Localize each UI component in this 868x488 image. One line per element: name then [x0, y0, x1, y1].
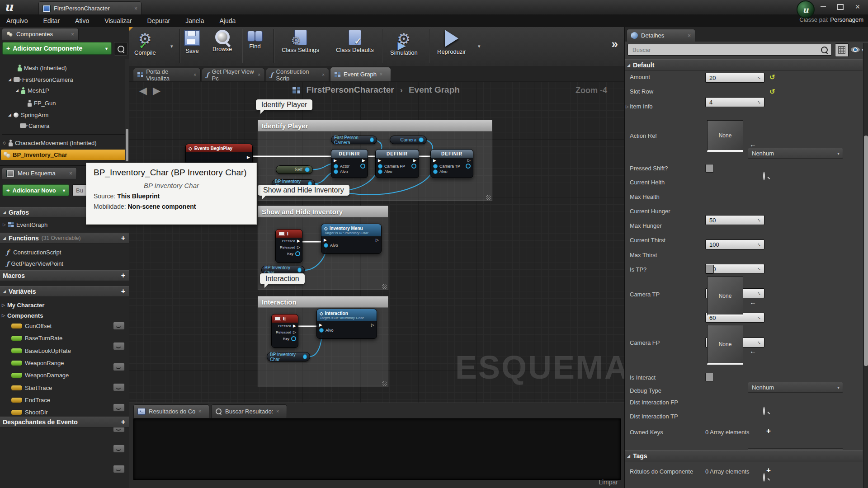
- node-inventory-menu[interactable]: ◇Inventory Menu Target is BP Inventory C…: [321, 224, 382, 254]
- asset-tab-firstpersoncharacter[interactable]: FirstPersonCharacter ×: [38, 1, 142, 15]
- camera-tp-dropdown[interactable]: Nenhum▾: [748, 382, 843, 393]
- tab-event-graph[interactable]: Event Graph ×: [330, 67, 391, 81]
- expand-arrow-icon[interactable]: ◢: [8, 77, 11, 82]
- prop-pressed-shift-checkbox[interactable]: [705, 164, 714, 173]
- add-array-element-button[interactable]: +: [766, 466, 771, 475]
- exec-out-pin[interactable]: ▶: [293, 324, 296, 328]
- browse-button[interactable]: Browse: [212, 30, 232, 52]
- event-graph-canvas[interactable]: ◀ ▶ FirstPersonCharacter › Event Graph Z…: [129, 81, 624, 403]
- add-new-button[interactable]: + Adicionar Novo ▾: [2, 184, 69, 196]
- camera-fp-thumbnail[interactable]: None: [707, 325, 743, 365]
- node-key-event-e[interactable]: E Pressed▶ Released▷ Key: [271, 314, 298, 348]
- tree-item-firstpersoncamera[interactable]: ◢ FirstPersonCamera: [8, 75, 73, 84]
- prop-current-hunger-input[interactable]: 30↔: [705, 264, 764, 274]
- prop-current-helth-input[interactable]: 50↔: [705, 215, 764, 225]
- var-starttrace[interactable]: StartTrace: [11, 383, 52, 393]
- output-pin[interactable]: [411, 164, 416, 169]
- use-selected-icon[interactable]: ←: [750, 298, 756, 306]
- tab-constructionscript[interactable]: ƒ Construction Scrip ×: [266, 68, 329, 81]
- play-dropdown-icon[interactable]: ▾: [478, 43, 481, 49]
- node-evento-beginplay[interactable]: ◇ Evento BeginPlay ▶: [185, 144, 253, 164]
- getter-camera[interactable]: Camera: [390, 136, 427, 144]
- close-icon[interactable]: ×: [322, 72, 325, 77]
- var-weaponrange[interactable]: WeaponRange: [11, 358, 64, 368]
- exec-in-pin[interactable]: ▶: [334, 158, 337, 163]
- parent-class-link[interactable]: Personagem: [830, 16, 863, 23]
- property-matrix-button[interactable]: [835, 43, 849, 57]
- tab-resultados[interactable]: ›_ Resultados do Co ×: [133, 404, 209, 418]
- getter-self[interactable]: Self: [276, 165, 313, 174]
- exec-in-pin[interactable]: ▶: [324, 238, 327, 242]
- tree-item-mesh1p[interactable]: ◢ Mesh1P: [15, 85, 49, 95]
- node-set-actor[interactable]: DEFINIR ▶▶ Actor Alvo: [331, 149, 368, 178]
- menu-janela[interactable]: Janela: [185, 17, 204, 24]
- add-function-button[interactable]: +: [121, 235, 125, 241]
- save-button[interactable]: Save: [184, 30, 200, 54]
- tree-item-camera[interactable]: Camera: [20, 121, 49, 131]
- collapse-arrow-icon[interactable]: ▷: [2, 313, 5, 318]
- exec-in-pin[interactable]: ▶: [433, 158, 436, 163]
- tab-getplayerviewpoint[interactable]: ƒ Get Player View Pc ×: [202, 68, 265, 81]
- use-selected-icon[interactable]: ←: [750, 347, 756, 355]
- collapse-arrow-icon[interactable]: ▷: [2, 303, 5, 307]
- tree-item-charactermovement[interactable]: ◇ CharacterMovement (Inherited): [3, 138, 97, 148]
- collapse-arrow-icon[interactable]: ▷: [3, 222, 6, 227]
- close-icon[interactable]: ×: [198, 409, 201, 414]
- minimize-button[interactable]: [816, 2, 830, 12]
- expand-arrow-icon[interactable]: ◢: [8, 113, 11, 117]
- output-pin[interactable]: [303, 354, 307, 359]
- action-ref-thumbnail[interactable]: None: [707, 120, 743, 152]
- browse-asset-icon[interactable]: [763, 473, 765, 482]
- tree-item-bp-inventory-char[interactable]: BP_Inventory_Char: [1, 150, 127, 160]
- use-selected-icon[interactable]: ←: [750, 141, 756, 148]
- tab-detalhes[interactable]: i Detalhes ×: [627, 29, 695, 42]
- output-pin[interactable]: [419, 137, 424, 142]
- var-shootdir[interactable]: ShootDir: [11, 407, 48, 417]
- section-functions[interactable]: ◢ Functions (31 Overridable) +: [0, 233, 129, 244]
- prop-is-tp-checkbox[interactable]: [705, 265, 714, 273]
- tree-item-fpgun[interactable]: FP_Gun: [27, 98, 56, 108]
- eye-toggle[interactable]: [113, 342, 125, 350]
- menu-arquivo[interactable]: Arquivo: [6, 17, 28, 24]
- browse-asset-icon[interactable]: [763, 407, 765, 415]
- input-pin[interactable]: [324, 243, 328, 248]
- close-icon[interactable]: ×: [193, 72, 196, 77]
- prop-amount-input[interactable]: 20↔: [705, 73, 764, 83]
- var-baseturnrate[interactable]: BaseTurnRate: [11, 333, 62, 343]
- close-icon[interactable]: ×: [276, 409, 279, 414]
- tab-viewport[interactable]: Porta de Visualiza ×: [133, 68, 201, 81]
- find-button[interactable]: Find: [247, 30, 263, 50]
- var-group-my-character[interactable]: ▷ My Character: [2, 300, 44, 310]
- components-scrollbar[interactable]: [125, 59, 129, 162]
- revert-icon[interactable]: ↺: [769, 88, 775, 96]
- close-icon[interactable]: ×: [688, 33, 691, 39]
- section-despachantes[interactable]: Despachantes de Evento +: [0, 417, 129, 427]
- menu-ajuda[interactable]: Ajuda: [219, 17, 236, 24]
- menu-ativo[interactable]: Ativo: [75, 17, 89, 24]
- tree-item-springarm[interactable]: ◢ SpringArm: [8, 110, 48, 120]
- var-weapondamage[interactable]: WeaponDamage: [11, 370, 69, 380]
- add-component-button[interactable]: + Adicionar Componente ▾: [2, 42, 112, 55]
- tab-meu-esquema[interactable]: Meu Esquema ×: [2, 167, 77, 179]
- var-group-components[interactable]: ▷ Components: [2, 310, 43, 320]
- exec-out-pin[interactable]: ▷: [467, 158, 471, 163]
- exec-out-pin[interactable]: ▷: [371, 323, 374, 327]
- eye-toggle[interactable]: [113, 363, 125, 371]
- revert-icon[interactable]: ↺: [769, 73, 775, 81]
- exec-out-pin[interactable]: ▶: [297, 239, 300, 243]
- details-search[interactable]: [627, 44, 832, 56]
- compile-dropdown-icon[interactable]: ▾: [170, 43, 173, 49]
- item-eventgraph[interactable]: ▷ EventGraph: [3, 220, 47, 230]
- camera-tp-thumbnail[interactable]: None: [707, 277, 743, 316]
- output-pin[interactable]: [466, 164, 471, 169]
- output-pin[interactable]: [370, 137, 374, 142]
- menu-visualizar[interactable]: Visualizar: [104, 17, 132, 24]
- var-endtrace[interactable]: EndTrace: [11, 395, 50, 405]
- add-dispatcher-button[interactable]: +: [121, 419, 125, 425]
- output-pin[interactable]: [295, 251, 300, 256]
- exec-out-pin[interactable]: ▶: [362, 158, 365, 163]
- exec-out-pin[interactable]: ▶: [186, 155, 252, 160]
- tab-buscar-resultados[interactable]: Buscar Resultado: ×: [211, 404, 287, 418]
- eye-toggle[interactable]: [113, 322, 125, 330]
- eye-toggle[interactable]: [113, 445, 125, 453]
